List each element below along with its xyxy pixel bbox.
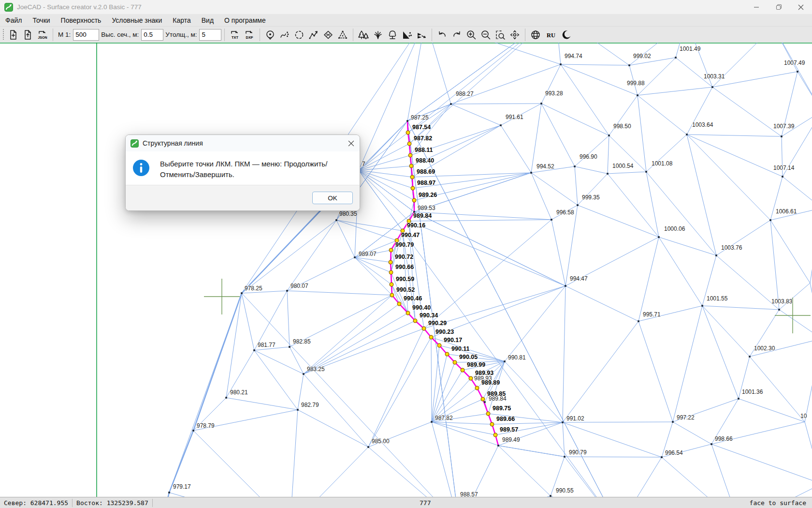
tin-node[interactable]: [225, 397, 227, 399]
structure-point[interactable]: [408, 153, 412, 157]
minimize-button[interactable]: [745, 0, 768, 14]
tin-node[interactable]: [560, 63, 562, 65]
menu-item-1[interactable]: Точки: [27, 15, 55, 26]
tin-node[interactable]: [297, 409, 299, 411]
structure-point[interactable]: [413, 319, 417, 323]
export-txt-button[interactable]: TXT: [228, 28, 242, 42]
map-canvas[interactable]: 994.74999.021001.491007.491003.31999.889…: [0, 43, 812, 497]
tin-node[interactable]: [500, 124, 502, 126]
tin-node[interactable]: [497, 445, 499, 447]
structure-point[interactable]: [445, 352, 449, 356]
tin-node[interactable]: [335, 219, 337, 221]
zoom-window-button[interactable]: [493, 28, 508, 42]
tin-node[interactable]: [701, 305, 703, 307]
tin-node[interactable]: [778, 309, 780, 311]
tin-node[interactable]: [504, 360, 506, 362]
tin-node[interactable]: [577, 204, 579, 206]
structure-point[interactable]: [490, 422, 494, 426]
menu-item-2[interactable]: Поверхность: [56, 15, 107, 26]
tin-node[interactable]: [289, 346, 290, 348]
zoom-out-button[interactable]: [478, 28, 493, 42]
scale-input[interactable]: [73, 29, 99, 41]
tin-node[interactable]: [406, 120, 408, 122]
structure-point[interactable]: [475, 386, 479, 390]
slope-points-button[interactable]: [400, 28, 414, 42]
tin-node[interactable]: [168, 492, 170, 493]
file-json-button[interactable]: JSON: [35, 28, 50, 42]
structure-point[interactable]: [422, 327, 426, 330]
structure-point[interactable]: [406, 131, 410, 134]
tin-node[interactable]: [607, 173, 609, 175]
theme-moon-button[interactable]: [559, 28, 574, 42]
structure-point[interactable]: [469, 376, 473, 380]
structure-point[interactable]: [389, 270, 393, 274]
close-window-button[interactable]: [790, 0, 812, 14]
structure-point[interactable]: [412, 198, 416, 202]
tin-node[interactable]: [367, 446, 369, 448]
structure-point[interactable]: [389, 260, 392, 264]
section-height-input[interactable]: [141, 29, 163, 41]
polyline-button[interactable]: [306, 28, 321, 42]
thickening-input[interactable]: [199, 29, 221, 41]
tin-node[interactable]: [781, 135, 783, 137]
grass-button[interactable]: [371, 28, 385, 42]
structure-point[interactable]: [390, 293, 394, 297]
tin-node[interactable]: [241, 292, 243, 294]
tin-node[interactable]: [540, 103, 542, 105]
menu-item-0[interactable]: Файл: [0, 15, 27, 26]
tin-node[interactable]: [711, 86, 713, 88]
tin-node[interactable]: [484, 401, 486, 403]
menu-item-6[interactable]: О программе: [219, 15, 271, 26]
tin-node[interactable]: [450, 103, 452, 105]
undo-button[interactable]: [435, 28, 450, 42]
tin-node[interactable]: [564, 456, 566, 458]
redo-button[interactable]: [450, 28, 464, 42]
dialog-titlebar[interactable]: Структурная линия: [126, 135, 360, 151]
triangulation-button[interactable]: [335, 28, 350, 42]
tin-node[interactable]: [253, 349, 255, 351]
tin-node[interactable]: [675, 57, 677, 59]
point-marker-button[interactable]: [263, 28, 277, 42]
tin-node[interactable]: [354, 256, 356, 258]
file-new-button[interactable]: [6, 28, 21, 42]
menu-item-3[interactable]: Условные знаки: [106, 15, 167, 26]
tin-node[interactable]: [628, 64, 630, 66]
tin-node[interactable]: [686, 134, 688, 135]
zoom-in-button[interactable]: [464, 28, 478, 42]
tin-node[interactable]: [738, 398, 740, 400]
tin-node[interactable]: [574, 165, 576, 167]
tin-node[interactable]: [192, 430, 194, 432]
structure-point[interactable]: [406, 311, 410, 315]
menu-item-4[interactable]: Карта: [167, 15, 196, 26]
structure-point[interactable]: [411, 186, 415, 190]
dashed-contour-button[interactable]: [292, 28, 306, 42]
language-globe-button[interactable]: [528, 28, 543, 42]
dialog-close-button[interactable]: [347, 139, 355, 148]
structure-line[interactable]: [391, 121, 498, 446]
structure-point[interactable]: [429, 335, 433, 339]
structure-point[interactable]: [453, 360, 457, 364]
tin-node[interactable]: [431, 421, 433, 423]
tin-node[interactable]: [797, 71, 798, 73]
tin-node[interactable]: [782, 176, 783, 178]
file-import-button[interactable]: [21, 28, 35, 42]
tin-node[interactable]: [769, 219, 771, 221]
ok-button[interactable]: OK: [312, 192, 353, 204]
tin-node[interactable]: [749, 356, 751, 358]
lang-ru-button[interactable]: RU: [543, 28, 559, 42]
menu-item-5[interactable]: Вид: [196, 15, 219, 26]
structure-point[interactable]: [407, 142, 411, 146]
pan-button[interactable]: [508, 28, 522, 42]
tin-node[interactable]: [286, 290, 288, 292]
slope-arrow-button[interactable]: [414, 28, 429, 42]
structure-point[interactable]: [409, 164, 413, 168]
tin-node[interactable]: [530, 172, 532, 174]
tin-node[interactable]: [608, 134, 610, 136]
tin-node[interactable]: [551, 219, 552, 221]
conifer-trees-button[interactable]: [356, 28, 371, 42]
deciduous-tree-button[interactable]: [385, 28, 400, 42]
tin-node[interactable]: [637, 94, 638, 96]
structure-point[interactable]: [410, 175, 414, 179]
tin-node[interactable]: [562, 421, 564, 423]
spline-button[interactable]: [277, 28, 292, 42]
